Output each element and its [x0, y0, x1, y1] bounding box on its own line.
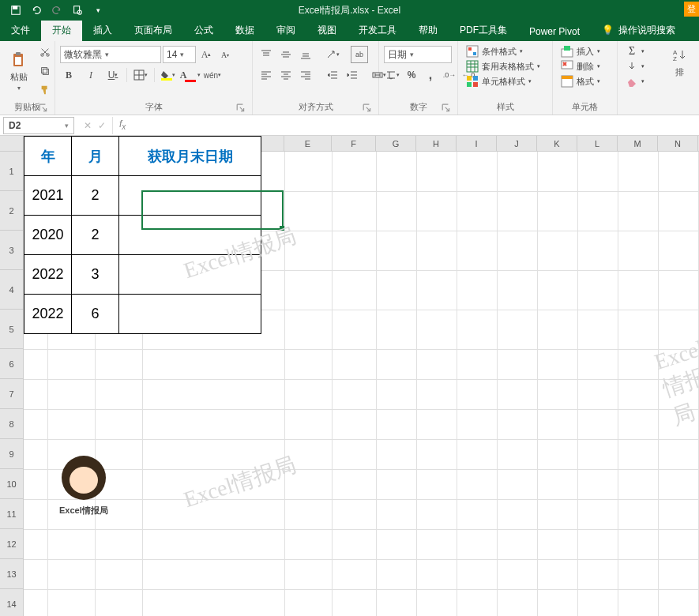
cell[interactable] — [47, 379, 95, 409]
font-size-combo[interactable]: 14▾ — [163, 46, 196, 63]
cell[interactable] — [618, 310, 658, 349]
tab-帮助[interactable]: 帮助 — [408, 20, 449, 41]
cell[interactable] — [577, 379, 618, 409]
cell[interactable] — [142, 379, 284, 409]
col-header-J[interactable]: J — [497, 136, 537, 151]
cell[interactable] — [416, 439, 457, 469]
cell[interactable] — [416, 270, 457, 310]
cell[interactable] — [332, 231, 376, 270]
cell[interactable] — [577, 439, 618, 469]
cell[interactable] — [376, 379, 416, 409]
cell[interactable] — [577, 270, 618, 310]
cell[interactable] — [618, 379, 658, 409]
autosum-button[interactable]: Σ▾ — [622, 44, 648, 58]
data-cell-result[interactable] — [119, 176, 261, 216]
row-header-1[interactable]: 1 — [0, 152, 24, 191]
cell[interactable] — [95, 379, 142, 409]
cell[interactable] — [332, 379, 376, 409]
cell[interactable] — [47, 409, 95, 439]
cell[interactable] — [457, 589, 497, 616]
cell[interactable] — [537, 231, 577, 270]
tab-视图[interactable]: 视图 — [306, 20, 348, 41]
cell[interactable] — [577, 152, 618, 191]
cell[interactable] — [537, 310, 577, 349]
cell[interactable] — [577, 231, 618, 270]
cell[interactable] — [47, 529, 95, 559]
col-header-I[interactable]: I — [457, 136, 497, 151]
cell[interactable] — [376, 349, 416, 379]
data-cell-year[interactable]: 2020 — [24, 216, 72, 255]
cell[interactable] — [416, 349, 457, 379]
sort-filter-button[interactable]: AZ 排 — [665, 41, 693, 115]
cell[interactable] — [618, 559, 658, 589]
row-header-10[interactable]: 10 — [0, 469, 24, 499]
cell[interactable] — [537, 349, 577, 379]
col-header-N[interactable]: N — [658, 136, 698, 151]
redo-icon[interactable] — [47, 2, 66, 19]
borders-icon[interactable]: ▾ — [132, 66, 149, 84]
tab-文件[interactable]: 文件 — [0, 20, 41, 41]
cell[interactable] — [376, 270, 416, 310]
cell[interactable] — [332, 499, 376, 529]
font-name-combo[interactable]: 微软雅黑▾ — [60, 46, 161, 63]
cell[interactable] — [457, 270, 497, 310]
accounting-icon[interactable]: ▾ — [384, 66, 401, 84]
cell[interactable] — [537, 529, 577, 559]
data-cell-year[interactable]: 2022 — [24, 295, 72, 334]
cell[interactable] — [457, 152, 497, 191]
cell[interactable] — [416, 589, 457, 616]
cell[interactable] — [497, 499, 537, 529]
tab-插入[interactable]: 插入 — [82, 20, 123, 41]
cell[interactable] — [95, 529, 142, 559]
name-box[interactable]: D2▾ — [3, 117, 74, 134]
cell[interactable] — [537, 152, 577, 191]
cell[interactable] — [457, 191, 497, 231]
cell[interactable] — [658, 152, 698, 191]
cell[interactable] — [577, 589, 618, 616]
cell[interactable] — [577, 409, 618, 439]
worksheet[interactable]: ABCDEFGHIJKLMN 1234567891011121314 年 月 获… — [0, 136, 699, 616]
cell[interactable] — [284, 349, 332, 379]
cell[interactable] — [537, 409, 577, 439]
cell[interactable] — [142, 499, 284, 529]
col-header-M[interactable]: M — [618, 136, 658, 151]
cell[interactable] — [332, 559, 376, 589]
cell[interactable] — [497, 152, 537, 191]
cell[interactable] — [537, 559, 577, 589]
cell[interactable] — [537, 589, 577, 616]
cell[interactable] — [47, 559, 95, 589]
cell[interactable] — [497, 589, 537, 616]
cell[interactable] — [658, 231, 698, 270]
cell[interactable] — [497, 231, 537, 270]
cell[interactable] — [658, 559, 698, 589]
cell[interactable] — [24, 559, 47, 589]
cell[interactable] — [457, 409, 497, 439]
decrease-font-icon[interactable]: A▾ — [216, 46, 234, 63]
cell[interactable] — [95, 409, 142, 439]
cell[interactable] — [47, 589, 95, 616]
cell[interactable] — [658, 349, 698, 379]
cell[interactable] — [577, 191, 618, 231]
data-cell-year[interactable]: 2022 — [24, 255, 72, 295]
cell[interactable] — [457, 499, 497, 529]
data-cell-month[interactable]: 2 — [72, 216, 119, 255]
row-header-6[interactable]: 6 — [0, 349, 24, 379]
preview-icon[interactable] — [68, 2, 87, 19]
cell[interactable] — [284, 310, 332, 349]
col-header-G[interactable]: G — [376, 136, 416, 151]
row-header-14[interactable]: 14 — [0, 589, 24, 616]
cell[interactable] — [284, 439, 332, 469]
cell[interactable] — [658, 191, 698, 231]
cell[interactable] — [577, 499, 618, 529]
row-header-2[interactable]: 2 — [0, 191, 24, 231]
data-cell-result[interactable] — [119, 295, 261, 334]
cell[interactable] — [24, 529, 47, 559]
cell[interactable] — [457, 559, 497, 589]
cell[interactable] — [416, 559, 457, 589]
cell[interactable] — [284, 589, 332, 616]
cell[interactable] — [284, 379, 332, 409]
cell[interactable] — [658, 409, 698, 439]
cell[interactable] — [537, 379, 577, 409]
data-cell-month[interactable]: 3 — [72, 255, 119, 295]
cell[interactable] — [618, 231, 658, 270]
